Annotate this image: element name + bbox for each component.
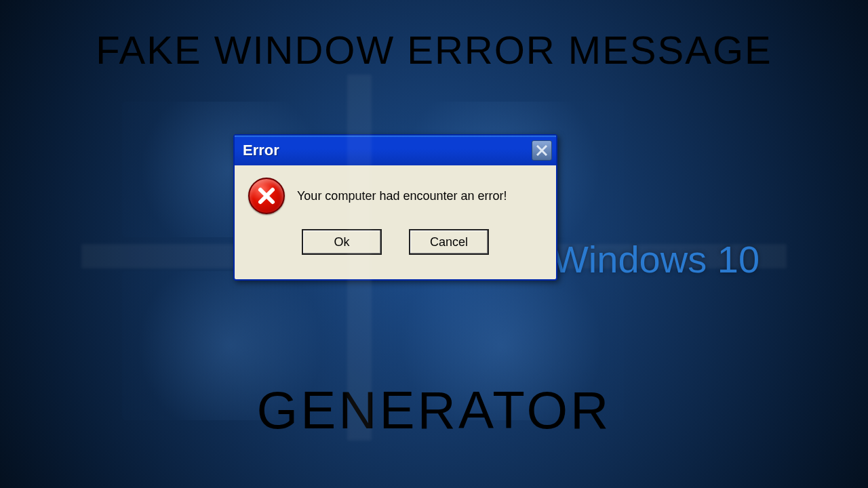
heading-bottom: GENERATOR <box>0 380 868 441</box>
dialog-message: Your computer had encounter an error! <box>297 189 507 203</box>
dialog-titlebar[interactable]: Error <box>235 136 556 165</box>
heading-top: FAKE WINDOW ERROR MESSAGE <box>0 27 868 73</box>
ok-button[interactable]: Ok <box>302 229 382 255</box>
dialog-body: Your computer had encounter an error! <box>235 165 556 220</box>
close-icon <box>536 145 547 156</box>
cancel-button[interactable]: Cancel <box>409 229 489 255</box>
dialog-title: Error <box>243 142 279 159</box>
close-button[interactable] <box>532 140 552 161</box>
brand-label: Windows 10 <box>553 237 760 281</box>
wallpaper: FAKE WINDOW ERROR MESSAGE Windows 10 Err… <box>0 0 868 488</box>
dialog-button-row: Ok Cancel <box>235 220 556 266</box>
error-icon <box>248 178 285 214</box>
error-dialog: Error Your computer had encounter an err… <box>233 134 557 281</box>
